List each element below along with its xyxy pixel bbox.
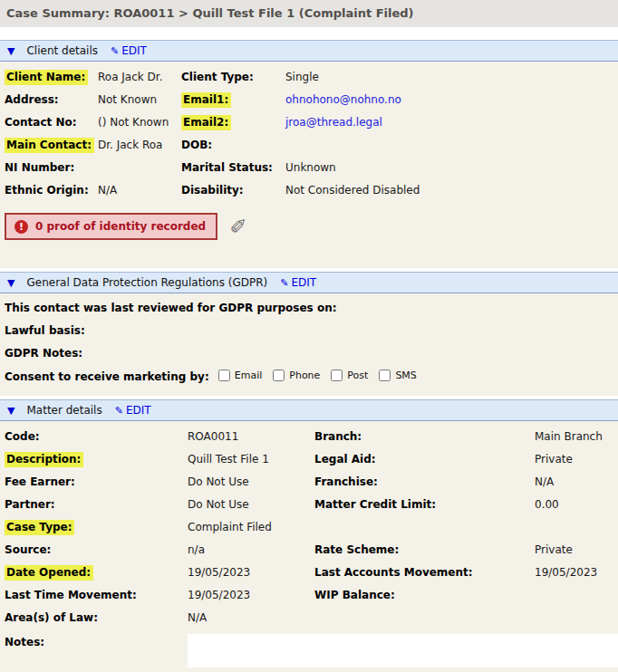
field-value: Private: [535, 453, 618, 466]
edit-pencil-icon: ✎: [115, 405, 123, 417]
collapse-triangle-icon[interactable]: ▼: [7, 278, 14, 288]
collapse-triangle-icon[interactable]: ▼: [7, 406, 14, 416]
highlighted-label: Main Contact:: [5, 138, 94, 153]
detail-row: Contact No:() Not KnownEmail2:jroa@threa…: [5, 110, 618, 133]
consent-row: Consent to receive marketing by: EmailPh…: [5, 365, 618, 388]
highlighted-label: Email2:: [181, 115, 231, 130]
spacer: [0, 27, 618, 40]
field-label: Branch:: [314, 430, 535, 443]
field-value: Roa Jack Dr.: [98, 71, 181, 83]
field-label: Client Name:: [5, 71, 98, 83]
field-value: 19/05/2023: [188, 589, 314, 601]
field-label: Marital Status:: [181, 161, 285, 174]
field-value: N/A: [188, 611, 314, 624]
collapse-triangle-icon[interactable]: ▼: [7, 46, 14, 56]
consent-checkbox-email[interactable]: [218, 370, 230, 381]
edit-label: EDIT: [126, 404, 151, 417]
detail-row: Description:Quill Test File 1Legal Aid:P…: [5, 447, 618, 470]
field-value: Do Not Use: [188, 498, 314, 511]
identity-edit-pencil-icon[interactable]: ✐: [229, 216, 246, 237]
consent-option-label: SMS: [395, 370, 416, 381]
detail-row: Code:ROA0011Branch:Main Branch: [5, 425, 618, 447]
field-value: N/A: [98, 184, 181, 197]
matter-details-body: Code:ROA0011Branch:Main BranchDescriptio…: [0, 421, 618, 672]
field-label: Email1:: [181, 93, 285, 106]
field-label: Matter Credit Limit:: [314, 498, 535, 511]
consent-option-post: Post: [331, 370, 368, 381]
field-label: Area(s) of Law:: [5, 611, 188, 624]
email-link[interactable]: ohnohono@nohno.no: [285, 93, 401, 106]
section-title: Matter details: [26, 404, 101, 417]
identity-warning-text: 0 proof of identity recorded: [35, 220, 206, 233]
field-value: Unknown: [285, 161, 618, 174]
field-label: Code:: [5, 430, 188, 443]
matter-details-section: ▼ Matter details ✎ EDIT Code:ROA0011Bran…: [0, 399, 618, 672]
gdpr-lawful-basis-label: Lawful basis:: [5, 320, 618, 342]
edit-label: EDIT: [121, 44, 147, 57]
consent-option-label: Phone: [289, 370, 320, 381]
field-value: () Not Known: [98, 116, 181, 129]
field-value: Do Not Use: [188, 475, 314, 488]
field-label: Partner:: [5, 498, 188, 511]
matter-edit-link[interactable]: ✎ EDIT: [115, 404, 151, 417]
client-details-grid: Client Name:Roa Jack Dr.Client Type:Sing…: [5, 65, 618, 201]
highlighted-label: Client Name:: [5, 70, 88, 85]
highlighted-label: Case Type:: [5, 520, 74, 535]
consent-checkbox-post[interactable]: [331, 370, 343, 381]
email-link[interactable]: jroa@thread.legal: [285, 116, 382, 129]
detail-row: Case Type:Complaint Filed: [5, 515, 618, 538]
matter-details-grid: Code:ROA0011Branch:Main BranchDescriptio…: [5, 425, 618, 629]
field-label: Case Type:: [5, 521, 188, 533]
detail-row: Last Time Movement:19/05/2023WIP Balance…: [5, 583, 618, 606]
field-value: jroa@thread.legal: [285, 116, 618, 129]
detail-row: Main Contact:Dr. Jack RoaDOB:: [5, 133, 618, 156]
field-value: Complaint Filed: [188, 521, 314, 533]
gdpr-edit-link[interactable]: ✎ EDIT: [280, 276, 316, 289]
consent-checkbox-sms[interactable]: [379, 370, 391, 381]
gdpr-section: ▼ General Data Protection Regulations (G…: [0, 272, 618, 396]
field-label: Last Accounts Movement:: [314, 566, 535, 579]
field-label: Ethnic Origin:: [5, 184, 98, 197]
highlighted-label: Description:: [5, 452, 83, 467]
field-label: Address:: [5, 93, 98, 106]
identity-warning-row: ! 0 proof of identity recorded ✐: [5, 213, 618, 240]
edit-pencil-icon: ✎: [280, 277, 288, 289]
consent-checkbox-phone[interactable]: [273, 370, 285, 381]
field-label: Last Time Movement:: [5, 589, 188, 601]
field-label: Date Opened:: [5, 566, 188, 579]
field-value: N/A: [535, 475, 618, 488]
field-value: Main Branch: [535, 430, 618, 443]
field-value: ohnohono@nohno.no: [285, 93, 618, 106]
field-value: n/a: [188, 543, 314, 556]
gdpr-header: ▼ General Data Protection Regulations (G…: [0, 272, 618, 293]
client-details-body: Client Name:Roa Jack Dr.Client Type:Sing…: [0, 62, 618, 268]
identity-warning-badge[interactable]: ! 0 proof of identity recorded: [5, 213, 217, 240]
client-details-header: ▼ Client details ✎ EDIT: [0, 40, 618, 62]
consent-option-label: Email: [235, 370, 263, 381]
notes-row: Notes:: [5, 634, 618, 667]
client-details-section: ▼ Client details ✎ EDIT Client Name:Roa …: [0, 40, 618, 268]
notes-label: Notes:: [5, 634, 188, 648]
field-label: Email2:: [181, 116, 285, 129]
gdpr-body: This contact was last reviewed for GDPR …: [0, 293, 618, 396]
field-value: Not Considered Disabled: [285, 184, 618, 197]
detail-row: Partner:Do Not UseMatter Credit Limit:0.…: [5, 493, 618, 515]
section-title: Client details: [26, 44, 98, 57]
gdpr-notes-label: GDPR Notes:: [5, 342, 618, 365]
notes-field: [188, 634, 618, 667]
consent-option-phone: Phone: [273, 370, 320, 381]
field-value: Not Known: [98, 93, 181, 106]
field-value: Quill Test File 1: [188, 453, 314, 466]
detail-row: Date Opened:19/05/2023Last Accounts Move…: [5, 561, 618, 583]
field-value: Dr. Jack Roa: [98, 139, 181, 151]
matter-details-header: ▼ Matter details ✎ EDIT: [0, 399, 618, 421]
consent-option-email: Email: [218, 370, 263, 381]
field-value: Private: [535, 543, 618, 556]
field-label: Legal Aid:: [314, 453, 535, 466]
client-edit-link[interactable]: ✎ EDIT: [111, 44, 147, 57]
field-label: Fee Earner:: [5, 475, 188, 488]
consent-options: EmailPhonePostSMS: [209, 370, 417, 384]
field-value: 0.00: [535, 498, 618, 511]
warning-icon: !: [14, 220, 28, 234]
field-label: Main Contact:: [5, 139, 98, 151]
